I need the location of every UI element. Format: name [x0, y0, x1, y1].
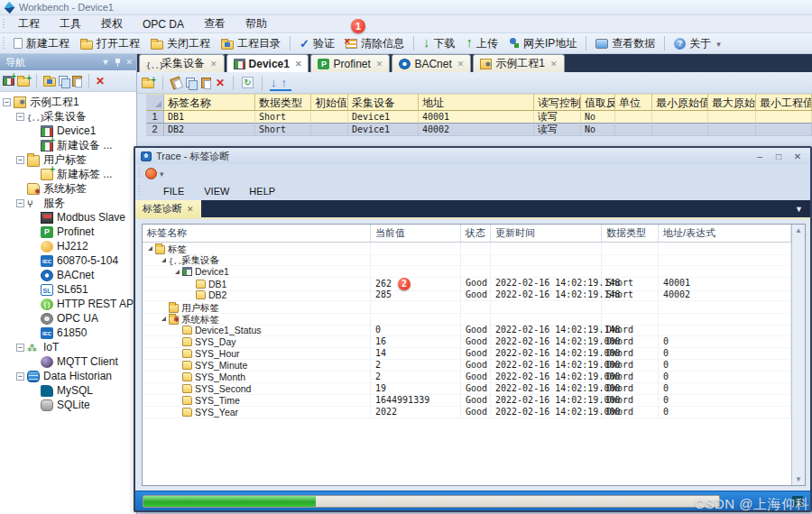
cell-tag-name[interactable]: DB2	[164, 124, 255, 136]
tree-item-devices[interactable]: −采集设备	[0, 109, 136, 124]
cell-min-eng[interactable]	[756, 124, 812, 136]
tree-item-mqtt-client[interactable]: MQTT Client	[0, 354, 136, 369]
tab-close-icon[interactable]: ✕	[457, 60, 465, 69]
maximize-button[interactable]: □	[771, 151, 786, 161]
cell-invert[interactable]: No	[581, 111, 615, 124]
tab-close-icon[interactable]: ✕	[295, 60, 302, 69]
tab-close-icon[interactable]: ✕	[210, 60, 217, 69]
tree-item-project[interactable]: −示例工程1	[0, 95, 136, 109]
verify-button[interactable]: 验证	[294, 34, 340, 53]
cell-rw[interactable]: 读写	[534, 111, 581, 124]
tree-row-sys-year[interactable]: SYS_Year 2022Good2022-02-16 14:02:19.000…	[143, 407, 791, 418]
column-header[interactable]: 最小原始值	[652, 94, 708, 111]
cell-initial[interactable]	[311, 111, 348, 124]
collapse-box[interactable]: −	[16, 372, 24, 381]
collapse-box[interactable]: −	[16, 344, 24, 352]
tree-item-profinet[interactable]: Profinet	[0, 225, 136, 239]
cell-data-type[interactable]: Short	[255, 124, 311, 136]
tree-row-tags-root[interactable]: 标签	[143, 243, 791, 254]
copy-icon[interactable]	[59, 76, 69, 87]
tree-item-hj212[interactable]: HJ212	[0, 239, 136, 253]
column-header[interactable]: 当前值	[371, 225, 461, 242]
tree-item-iec104[interactable]: 60870-5-104	[0, 253, 136, 268]
cell-device[interactable]: Device1	[348, 111, 419, 124]
import-icon[interactable]	[271, 77, 277, 89]
add-tag-icon[interactable]	[142, 79, 154, 88]
delete-icon[interactable]	[216, 77, 225, 89]
paste-icon[interactable]	[72, 76, 82, 87]
tab-close-icon[interactable]: ✕	[376, 60, 383, 69]
copy-icon[interactable]	[186, 78, 197, 88]
collapse-box[interactable]: −	[3, 98, 11, 106]
menu-license[interactable]: 授权	[91, 15, 133, 32]
tree-item-iot[interactable]: −IoT	[0, 340, 136, 354]
column-header[interactable]: 数据类型	[602, 225, 659, 242]
tab-project[interactable]: 示例工程1✕	[473, 54, 564, 72]
tab-close-icon[interactable]: ✕	[550, 60, 558, 69]
tree-item-modbus-slave[interactable]: Modbus Slave	[0, 210, 136, 225]
tree-item-new-tag[interactable]: 新建标签 ...	[0, 167, 136, 181]
expanded-arrow-icon[interactable]	[148, 246, 152, 251]
close-icon[interactable]: ✕	[125, 58, 133, 67]
toolbar-overflow-caret[interactable]	[716, 37, 721, 50]
clear-messages-button[interactable]: 清除信息	[340, 34, 410, 53]
tree-item-http-rest-api[interactable]: HTTP REST API	[0, 297, 136, 311]
open-project-button[interactable]: 打开工程	[75, 34, 145, 53]
export-project-icon[interactable]	[43, 78, 56, 87]
cell-address[interactable]: 40002	[419, 124, 534, 136]
gateway-ip-button[interactable]: 网关IP地址	[503, 34, 582, 53]
cell-max-raw[interactable]	[708, 124, 756, 136]
tree-item-system-tags[interactable]: 系统标签	[0, 181, 136, 196]
new-project-button[interactable]: 新建工程	[8, 34, 75, 53]
tree-row-sys-day[interactable]: SYS_Day 16Good2022-02-16 14:02:19.000DWo…	[143, 336, 791, 348]
refresh-icon[interactable]	[242, 77, 254, 88]
menu-tools[interactable]: 工具	[50, 15, 91, 32]
tree-row-db1[interactable]: DB1 2622 Good2022-02-16 14:02:19.148Shor…	[143, 278, 791, 289]
tree-row-sys-hour[interactable]: SYS_Hour 14Good2022-02-16 14:02:19.000DW…	[143, 348, 791, 360]
menu-opcda[interactable]: OPC DA	[133, 15, 194, 32]
column-header[interactable]: 单位	[615, 94, 652, 111]
tree-row-sys-second[interactable]: SYS_Second 19Good2022-02-16 14:02:19.000…	[143, 383, 791, 395]
column-header[interactable]: 最大原始值	[708, 94, 756, 111]
column-header[interactable]: 地址	[419, 94, 534, 111]
cell-rw[interactable]: 读写	[534, 124, 581, 136]
column-header[interactable]: 初始值	[311, 94, 348, 111]
tree-item-sqlite[interactable]: SQLite	[0, 398, 136, 412]
expanded-arrow-icon[interactable]	[161, 258, 166, 262]
about-button[interactable]: 关于	[669, 34, 716, 53]
tree-item-bacnet[interactable]: BACnet	[0, 268, 136, 282]
tree-item-user-tags[interactable]: −用户标签	[0, 152, 136, 167]
download-button[interactable]: 下载	[418, 34, 461, 53]
add-device-icon[interactable]	[3, 76, 14, 86]
dialog-title-bar[interactable]: Trace - 标签诊断 – □ ✕	[135, 148, 810, 164]
tree-item-iec61850[interactable]: 61850	[0, 326, 136, 340]
tree-item-sl651[interactable]: SL651	[0, 282, 136, 297]
tab-close-icon[interactable]: ✕	[187, 205, 194, 214]
cell-unit[interactable]	[615, 124, 652, 136]
tab-bacnet[interactable]: BACnet✕	[392, 54, 471, 72]
tree-item-opc-ua[interactable]: OPC UA	[0, 311, 136, 326]
menu-view[interactable]: 查看	[194, 15, 235, 32]
expanded-arrow-icon[interactable]	[175, 270, 180, 274]
add-folder-icon[interactable]	[17, 78, 30, 87]
edit-icon[interactable]	[170, 76, 182, 89]
collapse-box[interactable]: −	[16, 156, 24, 164]
cell-max-raw[interactable]	[708, 111, 756, 124]
tree-row-sys-minute[interactable]: SYS_Minute 2Good2022-02-16 14:02:19.000D…	[143, 360, 791, 372]
cell-data-type[interactable]: Short	[255, 111, 311, 124]
vertical-scrollbar[interactable]: ▲ ▼	[791, 225, 805, 485]
tree-row-devices[interactable]: 采集设备	[143, 254, 791, 266]
column-header[interactable]: 最小工程值	[756, 94, 812, 111]
cell-invert[interactable]: No	[581, 124, 615, 136]
column-header[interactable]: 数据类型	[255, 94, 311, 111]
delete-icon[interactable]	[96, 75, 105, 87]
tab-device1[interactable]: Device1✕	[226, 54, 309, 72]
tree-item-services[interactable]: −服务	[0, 196, 136, 210]
cell-min-raw[interactable]	[652, 124, 708, 136]
project-dir-button[interactable]: 工程目录	[216, 34, 286, 53]
column-header[interactable]: 采集设备	[348, 94, 419, 111]
tree-item-new-device[interactable]: 新建设备 ...	[0, 138, 136, 152]
scroll-down-icon[interactable]: ▼	[795, 475, 802, 483]
tree-item-device1[interactable]: Device1	[0, 124, 136, 138]
tree-row-sys-month[interactable]: SYS_Month 2Good2022-02-16 14:02:19.000DW…	[143, 372, 791, 383]
